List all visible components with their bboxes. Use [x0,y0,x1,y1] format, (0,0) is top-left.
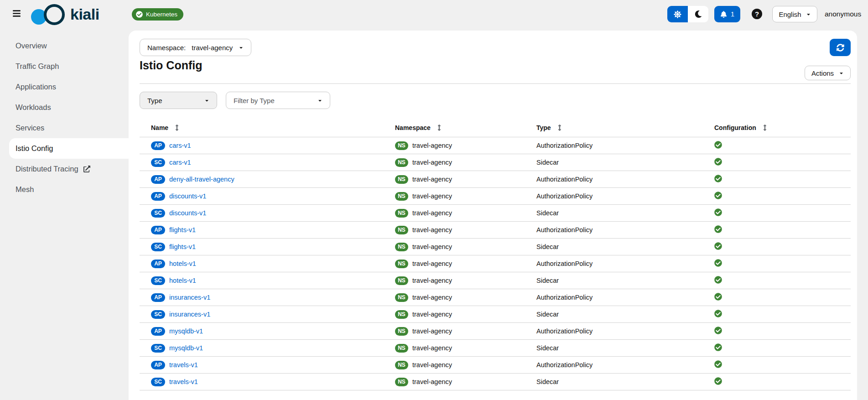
caret-down-icon [317,98,322,103]
name-cell: APcars-v1 [140,137,384,154]
config-name-link[interactable]: flights-v1 [169,226,196,234]
check-circle-icon [714,141,722,149]
check-circle-icon [714,327,722,334]
check-circle-icon [714,377,722,385]
column-header-configuration[interactable]: Configuration [703,120,851,137]
sidebar-item-mesh[interactable]: Mesh [0,179,129,200]
object-type-badge: SC [151,378,165,386]
type-cell: Sidecar [525,340,703,357]
column-header-namespace[interactable]: Namespace [384,120,525,137]
configuration-cell [703,205,851,222]
actions-dropdown-button[interactable]: Actions [805,66,851,80]
refresh-button[interactable] [830,39,851,56]
sidebar-item-overview[interactable]: Overview [0,36,129,56]
namespace-text: travel-agency [412,192,452,200]
object-type-badge: SC [151,344,165,353]
config-name-link[interactable]: mysqldb-v1 [169,344,203,352]
sidebar-item-traffic-graph[interactable]: Traffic Graph [0,56,129,77]
config-name-link[interactable]: hotels-v1 [169,260,196,267]
table-row: SCdiscounts-v1NStravel-agencySidecar [140,205,851,222]
type-cell: Sidecar [525,272,703,289]
config-name-link[interactable]: cars-v1 [169,142,191,149]
namespace-cell: NStravel-agency [384,137,525,154]
sidebar-item-services[interactable]: Services [0,118,129,138]
config-name-link[interactable]: discounts-v1 [169,209,206,217]
name-cell: SChotels-v1 [140,272,384,289]
sort-icon[interactable] [174,125,180,132]
table-row: APcars-v1NStravel-agencyAuthorizationPol… [140,137,851,154]
namespace-badge: NS [395,378,408,386]
namespace-dropdown[interactable]: Namespace: travel-agency [140,39,251,56]
bars-icon [12,9,21,19]
namespace-text: travel-agency [412,311,452,318]
name-cell: APdiscounts-v1 [140,188,384,205]
configuration-cell [703,222,851,239]
kiali-logo[interactable]: kiali [30,3,99,26]
config-name-link[interactable]: insurances-v1 [169,294,210,301]
type-cell: Sidecar [525,154,703,171]
config-name-link[interactable]: hotels-v1 [169,277,196,284]
kiali-logo-mark-icon [30,3,70,26]
check-circle-icon [714,158,722,166]
config-name-link[interactable]: discounts-v1 [169,192,206,200]
config-name-link[interactable]: travels-v1 [169,361,198,369]
namespace-text: travel-agency [412,294,452,301]
sort-icon[interactable] [762,125,768,132]
help-button[interactable]: ? [752,9,762,19]
column-header-name[interactable]: Name [140,120,384,137]
theme-light-button[interactable] [667,6,688,22]
object-type-badge: SC [151,158,165,167]
object-type-badge: SC [151,276,165,285]
type-cell: AuthorizationPolicy [525,323,703,340]
namespace-text: travel-agency [412,361,452,369]
sort-icon[interactable] [557,125,562,132]
namespace-value: travel-agency [192,44,233,52]
namespace-cell: NStravel-agency [384,323,525,340]
column-header-type[interactable]: Type [525,120,703,137]
namespace-cell: NStravel-agency [384,171,525,188]
name-cell: APtravels-v1 [140,357,384,374]
namespace-badge: NS [395,344,408,353]
check-circle-icon [714,276,722,284]
filter-by-type-dropdown[interactable]: Filter by Type [226,92,330,109]
config-name-link[interactable]: flights-v1 [169,243,196,250]
theme-toggle [667,6,708,22]
namespace-cell: NStravel-agency [384,205,525,222]
config-name-link[interactable]: travels-v1 [169,378,198,385]
caret-down-icon [806,12,811,17]
filter-category-dropdown[interactable]: Type [140,92,217,109]
config-name-link[interactable]: insurances-v1 [169,311,210,318]
namespace-badge: NS [395,327,408,336]
object-type-badge: AP [151,293,165,302]
configuration-cell [703,188,851,205]
filter-by-type-placeholder: Filter by Type [234,97,275,104]
namespace-cell: NStravel-agency [384,154,525,171]
column-header-label: Name [151,124,168,131]
sidebar-item-distributed-tracing[interactable]: Distributed Tracing [0,159,129,179]
language-dropdown[interactable]: English [772,6,817,22]
table-row: SCmysqldb-v1NStravel-agencySidecar [140,340,851,357]
sidebar-item-istio-config[interactable]: Istio Config [9,138,129,159]
notifications-count: 1 [731,10,734,18]
config-name-link[interactable]: deny-all-travel-agency [169,176,234,183]
menu-toggle-button[interactable] [10,8,23,20]
config-name-link[interactable]: cars-v1 [169,159,191,166]
configuration-cell [703,171,851,188]
type-cell: AuthorizationPolicy [525,289,703,306]
sort-icon[interactable] [437,125,442,132]
config-name-link[interactable]: mysqldb-v1 [169,327,203,335]
kubernetes-status-badge: Kubernetes [132,8,183,21]
sidebar-item-workloads[interactable]: Workloads [0,97,129,118]
namespace-badge: NS [395,260,408,268]
configuration-cell [703,340,851,357]
name-cell: SCtravels-v1 [140,374,384,390]
theme-dark-button[interactable] [688,6,708,22]
sidebar-item-label: Workloads [16,103,51,112]
name-cell: SCflights-v1 [140,239,384,255]
sidebar-item-label: Mesh [16,185,34,194]
type-cell: Sidecar [525,239,703,255]
table-row: APdiscounts-v1NStravel-agencyAuthorizati… [140,188,851,205]
sidebar-item-applications[interactable]: Applications [0,77,129,97]
sync-icon [837,44,844,52]
notifications-button[interactable]: 1 [714,6,740,22]
